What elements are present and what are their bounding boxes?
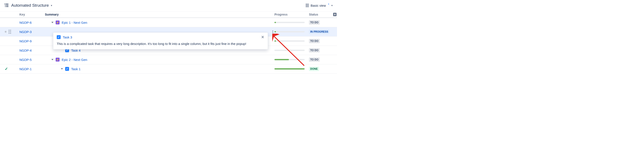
issue-key-link[interactable]: NGDP-5 <box>20 58 32 62</box>
add-column-button[interactable] <box>333 13 336 16</box>
summary-cell: Epic 1 - Next Gen <box>45 21 274 24</box>
structure-title: Automated Structure <box>11 3 49 8</box>
issue-key-link[interactable]: NGDP-4 <box>20 49 32 52</box>
status-cell[interactable]: TO DO <box>309 48 337 53</box>
app-root: Automated Structure ▾ Basic view* ▾ Key … <box>0 0 337 74</box>
table-row[interactable]: NGDP-5 Epic 2 - Next Gen TO DO <box>0 55 337 64</box>
progress-cell <box>274 68 309 70</box>
table-row[interactable]: ✓ NGDP-1 Task 1 DONE <box>0 64 337 74</box>
view-selector[interactable]: Basic view* ▾ <box>306 4 333 7</box>
progress-cell <box>274 40 309 42</box>
svg-rect-1 <box>6 4 8 4</box>
row-gutter: ✓ <box>0 67 20 71</box>
popup-description: This is a complicated task that requires… <box>57 41 264 46</box>
issue-key: NGDP-4 <box>20 49 45 52</box>
svg-rect-3 <box>6 5 8 6</box>
status-badge: DONE <box>309 67 319 71</box>
row-marker-icon <box>5 31 6 33</box>
status-badge: IN PROGRESS <box>309 30 330 34</box>
col-header-summary[interactable]: Summary <box>45 13 274 16</box>
issue-key: NGDP-9 <box>20 39 45 43</box>
status-cell[interactable]: TO DO <box>309 20 337 25</box>
col-header-status[interactable]: Status <box>309 13 337 16</box>
row-gutter <box>0 30 20 34</box>
svg-rect-0 <box>4 4 5 4</box>
issue-key: NGDP-6 <box>20 21 45 24</box>
chevron-down-icon: ▾ <box>332 4 333 7</box>
table-header: Key Summary Progress Status <box>0 11 337 18</box>
progress-cell <box>274 59 309 60</box>
row-actions-icon[interactable] <box>272 31 274 33</box>
structure-icon <box>4 4 9 7</box>
issue-key: NGDP-3 <box>20 30 45 34</box>
table-row[interactable]: NGDP-6 Epic 1 - Next Gen TO DO <box>0 18 337 27</box>
drag-handle-icon[interactable] <box>9 30 11 34</box>
issue-key-link[interactable]: NGDP-1 <box>20 67 32 71</box>
issue-key-link[interactable]: NGDP-6 <box>20 21 32 24</box>
svg-rect-5 <box>6 6 8 7</box>
status-badge: TO DO <box>309 39 320 43</box>
status-badge: TO DO <box>309 57 320 62</box>
unsaved-star-icon: * <box>328 3 329 6</box>
status-badge: TO DO <box>309 48 320 53</box>
status-badge: TO DO <box>309 20 320 25</box>
structure-selector[interactable]: Automated Structure ▾ <box>4 3 52 8</box>
expand-caret-icon[interactable] <box>51 59 54 60</box>
issue-key: NGDP-1 <box>20 67 45 71</box>
issue-key-link[interactable]: NGDP-9 <box>20 39 32 43</box>
epic-icon <box>56 21 60 24</box>
summary-cell: Task 1 <box>45 67 274 71</box>
topbar: Automated Structure ▾ Basic view* ▾ <box>0 0 337 11</box>
view-label: Basic view <box>311 4 326 7</box>
issue-key-link[interactable]: NGDP-3 <box>20 30 32 34</box>
status-cell[interactable]: IN PROGRESS <box>309 30 337 34</box>
popup-summary-link[interactable]: Task 3 <box>63 35 72 39</box>
col-header-progress[interactable]: Progress <box>274 13 309 16</box>
task-icon <box>57 35 60 39</box>
issue-key: NGDP-5 <box>20 58 45 62</box>
progress-cell <box>274 50 309 51</box>
svg-rect-2 <box>5 5 6 6</box>
summary-link[interactable]: Epic 2 - Next Gen <box>62 58 87 62</box>
summary-link[interactable]: Task 1 <box>71 67 80 71</box>
status-cell[interactable]: DONE <box>309 67 337 71</box>
progress-cell <box>274 31 309 32</box>
expand-caret-icon[interactable] <box>51 22 54 23</box>
summary-popup: Task 3 ✕ This is a complicated task that… <box>53 32 268 49</box>
progress-cell <box>274 22 309 23</box>
expand-caret-icon[interactable] <box>61 68 63 70</box>
epic-icon <box>56 58 60 62</box>
status-cell[interactable]: TO DO <box>309 57 337 62</box>
status-cell[interactable]: TO DO <box>309 39 337 43</box>
check-icon: ✓ <box>5 67 8 71</box>
col-header-key[interactable]: Key <box>20 13 45 16</box>
summary-cell: Epic 2 - Next Gen <box>45 58 274 62</box>
task-icon <box>65 67 69 71</box>
columns-icon <box>306 4 308 7</box>
chevron-down-icon: ▾ <box>51 4 52 7</box>
summary-link[interactable]: Epic 1 - Next Gen <box>62 21 87 24</box>
svg-rect-4 <box>5 6 6 7</box>
close-icon[interactable]: ✕ <box>261 35 264 39</box>
